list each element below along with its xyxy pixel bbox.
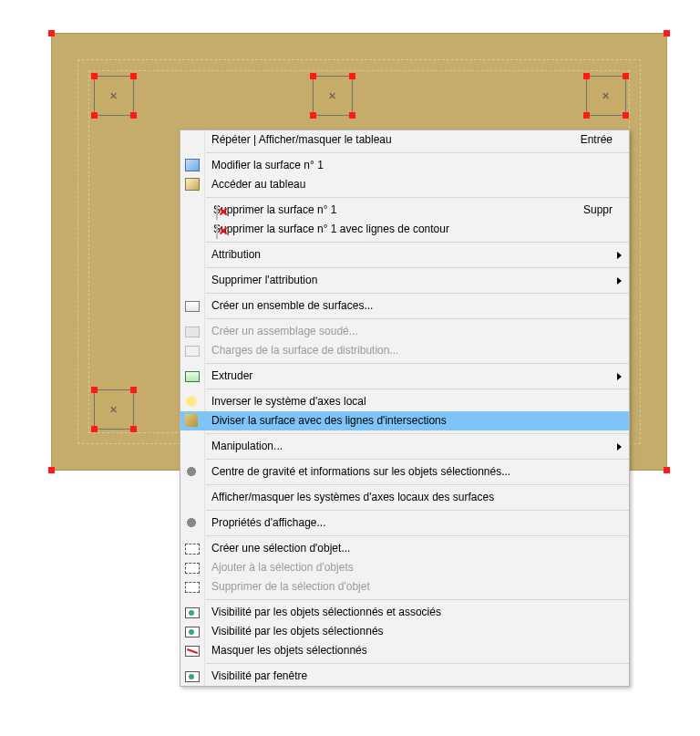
selection-remove-icon: [185, 582, 200, 593]
loads-icon: [185, 346, 200, 357]
x-marker-icon: ✕: [328, 90, 336, 102]
menu-item-delete-surface[interactable]: Supprimer la surface n° 1 Suppr: [180, 201, 629, 220]
menu-label: Charges de la surface de distribution...: [211, 344, 398, 357]
menu-label: Supprimer la surface n° 1: [213, 203, 337, 216]
selection-add-icon: [185, 563, 200, 574]
menu-label: Attribution: [211, 248, 261, 261]
menu-separator: [206, 599, 629, 600]
visibility-icon: [185, 607, 200, 618]
table-icon: [185, 178, 200, 191]
column-opening[interactable]: ✕: [94, 389, 134, 430]
menu-item-create-weld-assembly: Créer un assemblage soudé...: [180, 322, 629, 341]
menu-label: Répéter | Afficher/masquer le tableau: [211, 133, 392, 146]
node-handle[interactable]: [349, 73, 355, 79]
node-handle[interactable]: [91, 112, 98, 119]
menu-label: Visibilité par les objets sélectionnés: [211, 625, 384, 638]
menu-separator: [206, 484, 629, 485]
node-handle[interactable]: [130, 112, 137, 119]
delete-icon: [216, 205, 218, 220]
menu-separator: [206, 510, 629, 511]
menu-separator: [206, 293, 629, 294]
menu-separator: [206, 267, 629, 268]
menu-item-visibility-window[interactable]: Visibilité par fenêtre: [180, 667, 629, 686]
menu-item-invert-local-axes[interactable]: Inverser le système d'axes local: [180, 392, 629, 411]
surface-icon: [185, 159, 200, 171]
menu-item-visibility-assoc[interactable]: Visibilité par les objets sélectionnés e…: [180, 603, 629, 622]
visibility-icon: [185, 627, 200, 638]
menu-item-centroid-info[interactable]: Centre de gravité et informations sur le…: [180, 462, 629, 482]
node-handle[interactable]: [349, 112, 355, 119]
menu-label: Créer un ensemble de surfaces...: [211, 299, 373, 312]
node-handle[interactable]: [91, 426, 98, 432]
menu-separator: [206, 242, 629, 243]
node-handle[interactable]: [583, 112, 590, 119]
menu-item-create-surface-set[interactable]: Créer un ensemble de surfaces...: [180, 296, 629, 316]
x-marker-icon: ✕: [109, 90, 118, 102]
node-handle[interactable]: [130, 426, 137, 432]
surface-set-icon: [185, 301, 200, 312]
node-handle[interactable]: [664, 467, 670, 473]
menu-item-manipulation[interactable]: Manipulation...: [180, 437, 629, 456]
menu-label: Centre de gravité et informations sur le…: [211, 465, 510, 478]
menu-label: Visibilité par les objets sélectionnés e…: [211, 606, 441, 618]
context-menu: Répéter | Afficher/masquer le tableau En…: [180, 130, 630, 687]
menu-label: Diviser la surface avec des lignes d'int…: [211, 414, 447, 427]
column-opening[interactable]: ✕: [313, 76, 353, 116]
node-handle[interactable]: [130, 73, 137, 79]
menu-separator: [206, 197, 629, 198]
intersect-icon: [185, 414, 198, 427]
menu-item-add-selection: Ajouter à la sélection d'objets: [180, 558, 629, 577]
model-viewport[interactable]: ✕ ✕ ✕ ✕ Répéter | Afficher/masquer le ta…: [0, 0, 700, 736]
menu-label: Accéder au tableau: [211, 178, 305, 191]
node-handle[interactable]: [48, 30, 55, 36]
node-handle[interactable]: [48, 467, 55, 473]
menu-item-create-selection[interactable]: Créer une sélection d'objet...: [180, 539, 629, 558]
menu-item-delete-surface-contour[interactable]: Supprimer la surface n° 1 avec lignes de…: [180, 220, 629, 239]
menu-separator: [206, 389, 629, 389]
node-handle[interactable]: [623, 112, 629, 119]
column-opening[interactable]: ✕: [94, 76, 134, 116]
menu-label: Modifier la surface n° 1: [211, 159, 324, 171]
menu-item-repeat[interactable]: Répéter | Afficher/masquer le tableau En…: [180, 130, 629, 150]
menu-label: Supprimer de la sélection d'objet: [211, 580, 370, 593]
axes-icon: [185, 395, 198, 408]
menu-label: Supprimer l'attribution: [211, 274, 317, 286]
node-handle[interactable]: [583, 73, 590, 79]
node-handle[interactable]: [664, 30, 670, 36]
node-handle[interactable]: [91, 387, 98, 393]
menu-label: Extruder: [211, 369, 252, 382]
assembly-icon: [185, 327, 200, 337]
properties-icon: [185, 516, 198, 529]
node-handle[interactable]: [623, 73, 629, 79]
extrude-icon: [185, 371, 200, 382]
x-marker-icon: ✕: [602, 90, 610, 102]
menu-item-display-properties[interactable]: Propriétés d'affichage...: [180, 513, 629, 533]
menu-item-extrude[interactable]: Extruder: [180, 367, 629, 386]
node-handle[interactable]: [310, 112, 316, 119]
x-marker-icon: ✕: [109, 404, 118, 416]
menu-item-remove-selection: Supprimer de la sélection d'objet: [180, 577, 629, 596]
menu-label: Manipulation...: [211, 440, 283, 452]
column-opening[interactable]: ✕: [586, 76, 626, 116]
menu-separator: [206, 535, 629, 536]
node-handle[interactable]: [91, 73, 98, 79]
menu-item-mask-selected[interactable]: Masquer les objets sélectionnés: [180, 641, 629, 660]
menu-item-visibility-selected[interactable]: Visibilité par les objets sélectionnés: [180, 622, 629, 641]
menu-separator: [206, 318, 629, 319]
menu-item-toggle-local-axes[interactable]: Afficher/masquer les systèmes d'axes loc…: [180, 488, 629, 507]
hide-icon: [185, 646, 200, 657]
menu-item-delete-attribution[interactable]: Supprimer l'attribution: [180, 271, 629, 290]
node-handle[interactable]: [310, 73, 316, 79]
menu-item-edit-surface[interactable]: Modifier la surface n° 1: [180, 156, 629, 175]
menu-item-attribution[interactable]: Attribution: [180, 245, 629, 264]
menu-label: Masquer les objets sélectionnés: [211, 644, 367, 657]
menu-separator: [206, 433, 629, 434]
menu-label: Supprimer la surface n° 1 avec lignes de…: [213, 223, 449, 235]
delete-contour-icon: [216, 224, 218, 239]
node-handle[interactable]: [130, 387, 137, 393]
menu-item-divide-surface-intersections[interactable]: Diviser la surface avec des lignes d'int…: [180, 411, 629, 430]
menu-label: Inverser le système d'axes local: [211, 395, 366, 408]
menu-separator: [206, 152, 629, 153]
menu-separator: [206, 663, 629, 664]
menu-item-go-table[interactable]: Accéder au tableau: [180, 175, 629, 194]
